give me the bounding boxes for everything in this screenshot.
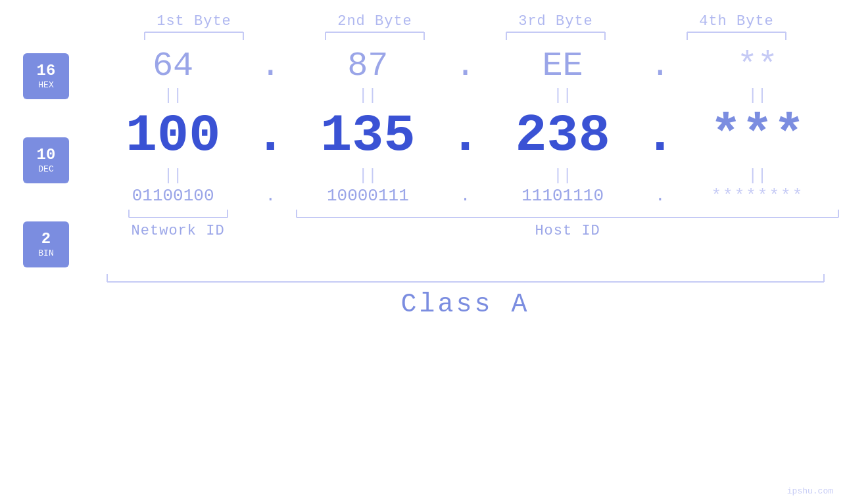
equals-1-4: ||	[670, 87, 845, 104]
bracket-bottom-host	[290, 208, 845, 220]
hex-byte-2: 87	[280, 47, 455, 85]
bin-byte-2: 10000111	[280, 186, 455, 206]
bin-dot-2: .	[456, 186, 475, 206]
watermark: ipshu.com	[787, 486, 833, 496]
dec-data-row: 100 . 135 . 238 . ***	[85, 106, 845, 166]
byte-label-3: 3rd Byte	[466, 13, 646, 30]
bracket-top-4	[646, 30, 827, 41]
rows-container: 64 . 87 . EE . ** || ||	[85, 47, 845, 267]
bin-data-row: 01100100 . 10000111 . 11101110 . *******…	[85, 186, 845, 206]
hex-byte-3: EE	[475, 47, 650, 85]
hex-data-row: 64 . 87 . EE . **	[85, 47, 845, 85]
dec-dot-3: .	[650, 106, 670, 166]
main-container: 1st Byte 2nd Byte 3rd Byte 4th Byte	[0, 0, 845, 504]
equals-row-1: || || || ||	[85, 87, 845, 104]
equals-1-3: ||	[475, 87, 650, 104]
hex-dot-2: .	[456, 47, 475, 85]
hex-byte-4: **	[670, 47, 845, 85]
byte-label-4: 4th Byte	[646, 13, 827, 30]
dec-byte-1: 100	[85, 106, 260, 166]
equals-row-2: || || || ||	[85, 167, 845, 185]
hex-dot-1: .	[260, 47, 280, 85]
byte-labels-row: 1st Byte 2nd Byte 3rd Byte 4th Byte	[104, 13, 827, 30]
equals-2-1: ||	[85, 167, 260, 185]
bin-dot-1: .	[260, 186, 280, 206]
bracket-full-bottom	[104, 273, 827, 285]
dec-byte-2: 135	[280, 106, 455, 166]
network-id-label: Network ID	[85, 223, 270, 239]
bin-dot-3: .	[650, 186, 670, 206]
bracket-top-3	[466, 30, 646, 41]
equals-2-4: ||	[670, 167, 845, 185]
host-id-label: Host ID	[290, 223, 845, 239]
bracket-top-1	[104, 30, 285, 41]
bottom-full-section: Class A	[104, 273, 827, 319]
top-brackets-row	[104, 30, 827, 41]
bottom-brackets-row	[85, 208, 845, 220]
byte-label-2: 2nd Byte	[285, 13, 466, 30]
hex-byte-1: 64	[85, 47, 260, 85]
content-area: 16 HEX 10 DEC 2 BIN 64 . 87	[0, 47, 845, 267]
equals-1-1: ||	[85, 87, 260, 104]
dec-byte-3: 238	[475, 106, 650, 166]
dec-dot-2: .	[456, 106, 475, 166]
badge-bin: 2 BIN	[23, 221, 69, 267]
bracket-top-2	[285, 30, 466, 41]
bracket-bottom-network	[85, 208, 270, 220]
class-label: Class A	[400, 290, 529, 319]
hex-dot-3: .	[650, 47, 670, 85]
badge-hex: 16 HEX	[23, 53, 69, 99]
bin-byte-1: 01100100	[85, 186, 260, 206]
byte-label-1: 1st Byte	[104, 13, 285, 30]
badges-col: 16 HEX 10 DEC 2 BIN	[0, 47, 85, 267]
equals-1-2: ||	[280, 87, 455, 104]
equals-2-2: ||	[280, 167, 455, 185]
badge-dec: 10 DEC	[23, 137, 69, 183]
bin-byte-4: ********	[670, 186, 845, 206]
equals-2-3: ||	[475, 167, 650, 185]
dec-dot-1: .	[260, 106, 280, 166]
id-labels-row: Network ID Host ID	[85, 223, 845, 239]
dec-byte-4: ***	[670, 106, 845, 166]
bin-byte-3: 11101110	[475, 186, 650, 206]
